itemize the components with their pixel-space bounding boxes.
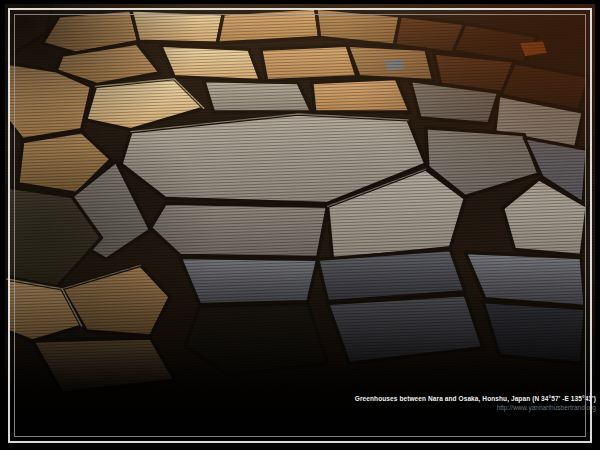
photo-caption: Greenhouses between Nara and Osaka, Hons… — [355, 395, 596, 412]
caption-title: Greenhouses between Nara and Osaka, Hons… — [355, 395, 596, 403]
wallpaper-canvas: Greenhouses between Nara and Osaka, Hons… — [0, 0, 600, 450]
aerial-photo — [5, 4, 595, 446]
aerial-photo-art — [5, 4, 595, 446]
caption-url: http://www.yannarthusbertrand.org — [355, 404, 596, 412]
lighting-vignette — [5, 4, 595, 446]
